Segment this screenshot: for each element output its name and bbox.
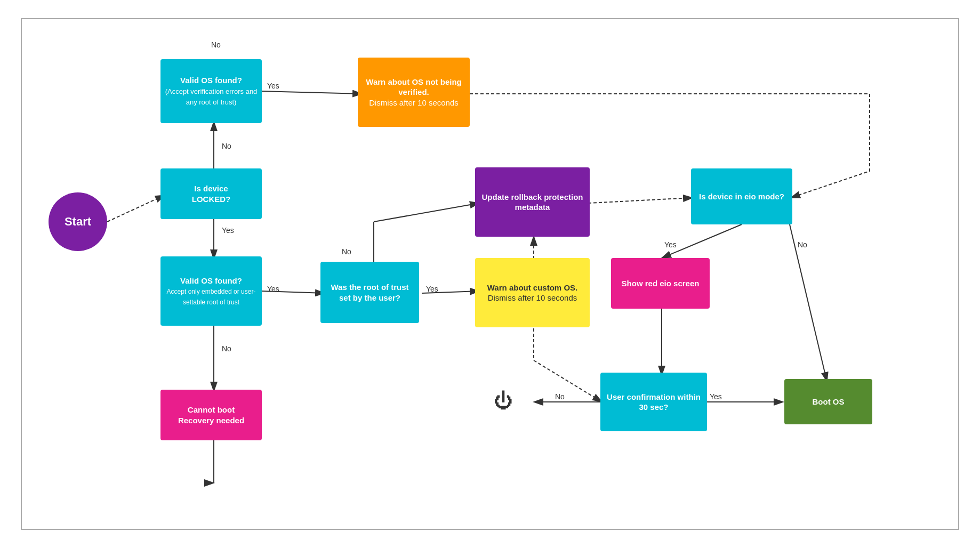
update-rollback-node: Update rollback protection metadata bbox=[475, 167, 590, 237]
start-node: Start bbox=[49, 192, 107, 251]
svg-line-5 bbox=[262, 91, 362, 94]
cannot-boot-node: Cannot bootRecovery needed bbox=[160, 390, 262, 440]
label-no-top: No bbox=[211, 41, 221, 49]
warn-unverified-node: Warn about OS not being verified.Dismiss… bbox=[358, 58, 470, 127]
svg-line-14 bbox=[790, 224, 827, 382]
label-no-locked-up: No bbox=[222, 142, 231, 150]
valid-os-unlocked-node: Valid OS found?(Accept verification erro… bbox=[160, 59, 262, 123]
diagram-container: Start Is deviceLOCKED? Valid OS found?(A… bbox=[21, 18, 959, 530]
label-yes-confirm: Yes bbox=[710, 392, 722, 401]
is-device-eio-node: Is device in eio mode? bbox=[691, 168, 792, 224]
is-device-locked-node: Is deviceLOCKED? bbox=[160, 168, 262, 219]
is-device-locked-label: Is deviceLOCKED? bbox=[192, 183, 231, 204]
svg-line-10 bbox=[374, 203, 479, 222]
warn-custom-label: Warn about custom OS.Dismiss after 10 se… bbox=[487, 283, 577, 303]
svg-line-12 bbox=[588, 198, 693, 203]
show-red-eio-label: Show red eio screen bbox=[622, 278, 700, 289]
show-red-eio-node: Show red eio screen bbox=[611, 258, 710, 309]
valid-os-locked-node: Valid OS found?Accept only embedded or u… bbox=[160, 256, 262, 326]
cannot-boot-label: Cannot bootRecovery needed bbox=[178, 405, 244, 425]
user-confirmation-label: User confirmation within 30 sec? bbox=[605, 392, 703, 413]
valid-os-locked-label: Valid OS found?Accept only embedded or u… bbox=[165, 276, 258, 307]
user-confirmation-node: User confirmation within 30 sec? bbox=[600, 373, 707, 431]
warn-custom-node: Warn about custom OS.Dismiss after 10 se… bbox=[475, 258, 590, 327]
valid-os-unlocked-label: Valid OS found?(Accept verification erro… bbox=[165, 75, 258, 107]
power-icon: ⏻ bbox=[494, 390, 513, 412]
update-rollback-label: Update rollback protection metadata bbox=[479, 192, 585, 213]
label-yes-unlocked: Yes bbox=[267, 82, 279, 90]
label-yes-root: Yes bbox=[426, 285, 438, 293]
was-root-set-label: Was the root of trust set by the user? bbox=[325, 282, 415, 303]
svg-line-17 bbox=[534, 360, 602, 402]
label-yes-valid-locked: Yes bbox=[267, 285, 279, 293]
label-no-valid-locked: No bbox=[222, 344, 231, 353]
boot-os-node: Boot OS bbox=[784, 379, 872, 424]
label-yes-eio: Yes bbox=[664, 240, 677, 249]
is-device-eio-label: Is device in eio mode? bbox=[699, 191, 784, 202]
start-label: Start bbox=[65, 214, 91, 230]
label-no-eio: No bbox=[798, 240, 807, 249]
boot-os-label: Boot OS bbox=[813, 397, 845, 407]
label-yes-locked: Yes bbox=[222, 226, 234, 235]
svg-line-2 bbox=[107, 195, 165, 222]
label-no-root: No bbox=[342, 247, 351, 256]
label-no-confirm: No bbox=[555, 392, 565, 401]
warn-unverified-label: Warn about OS not being verified.Dismiss… bbox=[362, 77, 465, 108]
was-root-set-node: Was the root of trust set by the user? bbox=[320, 262, 419, 323]
